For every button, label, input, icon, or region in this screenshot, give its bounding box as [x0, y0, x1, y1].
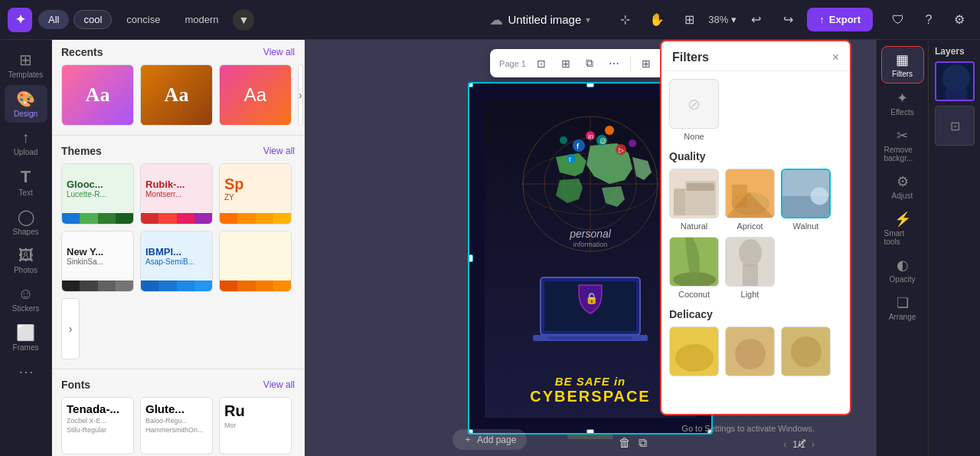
fullscreen-button[interactable]: ⤢ [797, 435, 807, 450]
tag-all[interactable]: All [38, 10, 69, 29]
sidebar-item-stickers[interactable]: ☺ Stickers [5, 280, 47, 317]
zoom-dropdown-icon: ▾ [731, 14, 737, 25]
tags-more-button[interactable]: ▼ [233, 9, 254, 31]
document-title[interactable]: Untitled image [508, 13, 581, 26]
text-icon: T [21, 167, 31, 187]
undo-button[interactable]: ↩ [743, 7, 769, 33]
recent-card-3[interactable]: Aa [219, 64, 292, 126]
filter-none-thumb: ⊘ [669, 79, 719, 129]
themes-section: Themes View all Glooc... Lucette-R... [52, 139, 304, 366]
font-card-1[interactable]: Tenada-... Zocbel X-E... Stilu-Regular [61, 397, 134, 454]
right-tool-opacity[interactable]: ◐ Opacity [881, 252, 924, 288]
right-tool-arrange[interactable]: ❏ Arrange [881, 290, 924, 326]
theme-card-1[interactable]: Glooc... Lucette-R... [61, 163, 134, 225]
pointer-tool-button[interactable]: ⊹ [612, 7, 638, 33]
sidebar-label-upload: Upload [14, 148, 38, 156]
filter-delicacy-2[interactable] [725, 326, 775, 376]
tag-concise[interactable]: concise [116, 10, 170, 29]
font-sub1-1: Zocbel X-E... [67, 417, 129, 425]
app-logo[interactable]: ✦ [8, 8, 32, 32]
theme-card-4[interactable]: New Y... SinkinSa... [61, 231, 134, 292]
filter-natural[interactable]: Natural [669, 169, 719, 231]
adjust-label: Adjust [892, 192, 913, 200]
filter-delicacy-1[interactable] [669, 326, 719, 376]
recent-card-1[interactable]: Aa [61, 64, 134, 126]
filters-icon: ▦ [896, 51, 909, 68]
filter-none[interactable]: ⊘ None [669, 79, 719, 141]
filter-walnut[interactable]: Walnut [781, 169, 831, 231]
copy-layout-button[interactable]: ⧉ [581, 54, 598, 73]
filters-close-button[interactable]: × [832, 51, 839, 64]
right-tool-effects[interactable]: ✦ Effects [881, 85, 924, 121]
sidebar-item-design[interactable]: 🎨 Design [5, 85, 47, 123]
delete-button[interactable]: 🗑 [619, 436, 631, 450]
recents-view-all[interactable]: View all [263, 47, 295, 57]
filters-label: Filters [892, 70, 913, 78]
themes-view-all[interactable]: View all [263, 146, 295, 156]
grid-icon-button[interactable]: ⊞ [557, 54, 575, 73]
filter-walnut-thumb [781, 169, 831, 218]
duplicate-button[interactable]: ⧉ [639, 436, 647, 450]
none-icon: ⊘ [688, 95, 701, 113]
hand-tool-button[interactable]: ✋ [644, 7, 670, 33]
theme-card-2[interactable]: Rubik-... Montserr... [140, 163, 213, 225]
sidebar-item-frames[interactable]: ⬜ Frames [5, 319, 47, 356]
sidebar-item-templates[interactable]: ⊞ Templates [5, 46, 47, 84]
sidebar-item-more[interactable]: ⋯ [5, 358, 47, 385]
sidebar-item-photos[interactable]: 🖼 Photos [5, 242, 47, 279]
svg-point-18 [560, 136, 567, 144]
layer-thumbnail-2[interactable]: ⊡ [935, 106, 975, 146]
canvas-options-button[interactable]: ⊞ [637, 54, 655, 73]
canvas-more-button[interactable]: ⋯ [604, 54, 624, 73]
right-tool-smart[interactable]: ⚡ Smart tools [881, 206, 924, 251]
theme-card-5[interactable]: IBMPl... Asap-SemiB... [140, 231, 213, 292]
layout-button[interactable]: ⊞ [676, 7, 702, 33]
font-card-2[interactable]: Glute... Baloo-Regu... HammersmithOn... [140, 397, 213, 454]
zoom-control[interactable]: 38% ▾ [708, 14, 737, 25]
theme-card-6[interactable] [219, 231, 292, 292]
help-button[interactable]: ? [916, 7, 942, 33]
design-icon: 🎨 [16, 90, 35, 108]
effects-icon: ✦ [897, 90, 908, 107]
page-prev-button[interactable]: ‹ [783, 439, 786, 450]
svg-point-34 [811, 187, 828, 205]
redo-button[interactable]: ↪ [775, 7, 801, 33]
tag-cool[interactable]: cool [74, 10, 112, 29]
effects-label: Effects [890, 108, 913, 116]
right-tool-adjust[interactable]: ⚙ Adjust [881, 169, 924, 205]
filter-apricot[interactable]: Apricot [725, 169, 775, 231]
filter-none-grid: ⊘ None [669, 79, 842, 141]
title-dropdown-icon[interactable]: ▾ [586, 15, 590, 25]
filter-delicacy-3[interactable] [781, 326, 831, 376]
right-tool-filters[interactable]: ▦ Filters [881, 46, 924, 84]
themes-next-arrow[interactable]: › [61, 298, 80, 359]
layer-thumbnail-1[interactable] [935, 61, 975, 101]
fit-icon-button[interactable]: ⊡ [532, 54, 550, 73]
add-page-button[interactable]: ＋ Add page [452, 429, 527, 450]
page-next-button[interactable]: › [812, 439, 815, 450]
opacity-label: Opacity [890, 275, 916, 284]
more-icon: ⋯ [18, 363, 34, 381]
canvas-text2: CYBERSPACE [530, 388, 650, 405]
filter-light[interactable]: Light [725, 237, 775, 299]
font-card-3[interactable]: Ru Mor [219, 397, 292, 454]
right-tool-remove-bg[interactable]: ✂ Remove backgr... [881, 123, 924, 167]
recents-next-arrow[interactable]: › [298, 64, 303, 126]
tag-modern[interactable]: modern [175, 10, 228, 29]
filter-natural-thumb [669, 169, 719, 218]
shield-icon-button[interactable]: 🛡 [885, 7, 911, 33]
settings-button[interactable]: ⚙ [946, 7, 972, 33]
smart-tools-icon: ⚡ [894, 211, 911, 228]
sidebar-item-text[interactable]: T Text [5, 162, 47, 202]
filter-none-label: None [684, 132, 704, 141]
filters-body: ⊘ None Quality Natural [662, 71, 850, 414]
fonts-view-all[interactable]: View all [263, 379, 295, 390]
sidebar-item-upload[interactable]: ↑ Upload [5, 124, 47, 161]
canvas-horizontal-scrollbar[interactable] [567, 435, 613, 439]
laptop-svg: 🔒 [529, 274, 652, 358]
filter-coconut[interactable]: Coconut [669, 237, 719, 299]
export-button[interactable]: ↑ Export [807, 8, 873, 31]
sidebar-item-shapes[interactable]: ◯ Shapes [5, 203, 47, 241]
recent-card-2[interactable]: Aa [140, 64, 213, 126]
theme-card-3[interactable]: Sp ZY [219, 163, 292, 225]
